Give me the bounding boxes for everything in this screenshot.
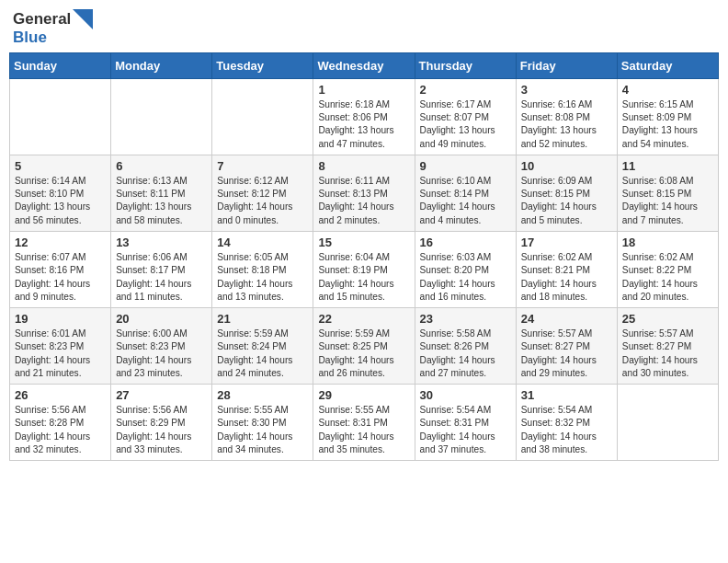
day-info: Sunrise: 6:07 AMSunset: 8:16 PMDaylight:… xyxy=(15,251,106,304)
day-number: 1 xyxy=(318,83,409,97)
day-info: Sunrise: 6:17 AMSunset: 8:07 PMDaylight:… xyxy=(420,98,511,151)
day-info: Sunrise: 5:56 AMSunset: 8:28 PMDaylight:… xyxy=(15,404,106,456)
calendar-cell xyxy=(212,78,313,155)
day-number: 20 xyxy=(116,312,207,326)
calendar-cell xyxy=(10,78,111,155)
calendar-cell: 4Sunrise: 6:15 AMSunset: 8:09 PMDaylight… xyxy=(617,78,718,155)
day-info: Sunrise: 6:03 AMSunset: 8:20 PMDaylight:… xyxy=(420,251,511,304)
day-info: Sunrise: 5:57 AMSunset: 8:27 PMDaylight:… xyxy=(521,327,612,380)
calendar-cell: 25Sunrise: 5:57 AMSunset: 8:27 PMDayligh… xyxy=(617,308,718,385)
day-info: Sunrise: 5:58 AMSunset: 8:26 PMDaylight:… xyxy=(420,327,511,380)
day-info: Sunrise: 6:00 AMSunset: 8:23 PMDaylight:… xyxy=(116,327,207,380)
day-number: 4 xyxy=(622,83,713,97)
weekday-header-tuesday: Tuesday xyxy=(212,52,313,78)
calendar-cell: 12Sunrise: 6:07 AMSunset: 8:16 PMDayligh… xyxy=(10,231,111,307)
calendar-cell: 19Sunrise: 6:01 AMSunset: 8:23 PMDayligh… xyxy=(10,308,111,385)
svg-marker-0 xyxy=(73,9,93,29)
calendar-cell: 30Sunrise: 5:54 AMSunset: 8:31 PMDayligh… xyxy=(415,385,516,461)
day-info: Sunrise: 5:54 AMSunset: 8:31 PMDaylight:… xyxy=(420,404,511,456)
calendar-cell: 1Sunrise: 6:18 AMSunset: 8:06 PMDaylight… xyxy=(313,78,415,155)
day-info: Sunrise: 6:02 AMSunset: 8:22 PMDaylight:… xyxy=(622,251,713,304)
day-number: 11 xyxy=(622,159,713,173)
calendar-cell: 31Sunrise: 5:54 AMSunset: 8:32 PMDayligh… xyxy=(516,385,617,461)
weekday-header-friday: Friday xyxy=(516,52,617,78)
day-number: 31 xyxy=(521,388,612,402)
weekday-header-thursday: Thursday xyxy=(415,52,516,78)
calendar-cell: 10Sunrise: 6:09 AMSunset: 8:15 PMDayligh… xyxy=(516,155,617,231)
day-number: 19 xyxy=(15,312,106,326)
calendar-cell: 24Sunrise: 5:57 AMSunset: 8:27 PMDayligh… xyxy=(516,308,617,385)
weekday-header-monday: Monday xyxy=(111,52,212,78)
day-info: Sunrise: 6:14 AMSunset: 8:10 PMDaylight:… xyxy=(15,175,106,227)
day-info: Sunrise: 6:05 AMSunset: 8:18 PMDaylight:… xyxy=(217,251,308,304)
day-info: Sunrise: 5:57 AMSunset: 8:27 PMDaylight:… xyxy=(622,327,713,380)
day-number: 18 xyxy=(622,236,713,249)
day-number: 17 xyxy=(521,236,612,249)
day-number: 3 xyxy=(521,83,612,97)
calendar-cell: 7Sunrise: 6:12 AMSunset: 8:12 PMDaylight… xyxy=(212,155,313,231)
day-number: 7 xyxy=(217,159,308,173)
calendar-cell: 27Sunrise: 5:56 AMSunset: 8:29 PMDayligh… xyxy=(111,385,212,461)
calendar-cell: 5Sunrise: 6:14 AMSunset: 8:10 PMDaylight… xyxy=(10,155,111,231)
day-info: Sunrise: 5:59 AMSunset: 8:24 PMDaylight:… xyxy=(217,327,308,380)
day-number: 8 xyxy=(318,159,409,173)
day-number: 15 xyxy=(318,236,409,249)
day-info: Sunrise: 6:18 AMSunset: 8:06 PMDaylight:… xyxy=(318,98,409,151)
day-info: Sunrise: 5:59 AMSunset: 8:25 PMDaylight:… xyxy=(318,327,409,380)
calendar-cell: 21Sunrise: 5:59 AMSunset: 8:24 PMDayligh… xyxy=(212,308,313,385)
day-info: Sunrise: 6:11 AMSunset: 8:13 PMDaylight:… xyxy=(318,175,409,227)
day-number: 12 xyxy=(15,236,106,249)
page-header: General Blue xyxy=(9,9,719,47)
logo-blue: Blue xyxy=(13,29,47,47)
day-number: 2 xyxy=(420,83,511,97)
day-number: 14 xyxy=(217,236,308,249)
day-number: 6 xyxy=(116,159,207,173)
calendar-cell: 9Sunrise: 6:10 AMSunset: 8:14 PMDaylight… xyxy=(415,155,516,231)
day-info: Sunrise: 6:01 AMSunset: 8:23 PMDaylight:… xyxy=(15,327,106,380)
day-number: 13 xyxy=(116,236,207,249)
day-number: 9 xyxy=(420,159,511,173)
calendar-cell xyxy=(111,78,212,155)
day-info: Sunrise: 6:08 AMSunset: 8:15 PMDaylight:… xyxy=(622,175,713,227)
calendar-cell: 2Sunrise: 6:17 AMSunset: 8:07 PMDaylight… xyxy=(415,78,516,155)
logo-triangle-icon xyxy=(73,9,93,29)
calendar-cell: 15Sunrise: 6:04 AMSunset: 8:19 PMDayligh… xyxy=(313,231,415,307)
calendar-cell: 23Sunrise: 5:58 AMSunset: 8:26 PMDayligh… xyxy=(415,308,516,385)
day-info: Sunrise: 5:55 AMSunset: 8:31 PMDaylight:… xyxy=(318,404,409,456)
day-number: 16 xyxy=(420,236,511,249)
logo: General Blue xyxy=(13,9,93,47)
calendar-cell: 3Sunrise: 6:16 AMSunset: 8:08 PMDaylight… xyxy=(516,78,617,155)
day-info: Sunrise: 6:06 AMSunset: 8:17 PMDaylight:… xyxy=(116,251,207,304)
day-number: 10 xyxy=(521,159,612,173)
day-number: 28 xyxy=(217,388,308,402)
weekday-header-sunday: Sunday xyxy=(10,52,111,78)
day-number: 22 xyxy=(318,312,409,326)
calendar-cell: 11Sunrise: 6:08 AMSunset: 8:15 PMDayligh… xyxy=(617,155,718,231)
day-info: Sunrise: 6:09 AMSunset: 8:15 PMDaylight:… xyxy=(521,175,612,227)
day-number: 5 xyxy=(15,159,106,173)
weekday-header-wednesday: Wednesday xyxy=(313,52,415,78)
day-number: 27 xyxy=(116,388,207,402)
calendar-cell: 22Sunrise: 5:59 AMSunset: 8:25 PMDayligh… xyxy=(313,308,415,385)
day-number: 29 xyxy=(318,388,409,402)
calendar-cell: 16Sunrise: 6:03 AMSunset: 8:20 PMDayligh… xyxy=(415,231,516,307)
day-number: 30 xyxy=(420,388,511,402)
weekday-header-saturday: Saturday xyxy=(617,52,718,78)
day-info: Sunrise: 5:56 AMSunset: 8:29 PMDaylight:… xyxy=(116,404,207,456)
day-info: Sunrise: 6:04 AMSunset: 8:19 PMDaylight:… xyxy=(318,251,409,304)
logo-general: General xyxy=(13,11,71,29)
day-number: 26 xyxy=(15,388,106,402)
calendar-cell xyxy=(617,385,718,461)
day-info: Sunrise: 6:12 AMSunset: 8:12 PMDaylight:… xyxy=(217,175,308,227)
day-info: Sunrise: 6:02 AMSunset: 8:21 PMDaylight:… xyxy=(521,251,612,304)
calendar-table: SundayMondayTuesdayWednesdayThursdayFrid… xyxy=(9,52,719,462)
day-info: Sunrise: 6:16 AMSunset: 8:08 PMDaylight:… xyxy=(521,98,612,151)
calendar-cell: 28Sunrise: 5:55 AMSunset: 8:30 PMDayligh… xyxy=(212,385,313,461)
calendar-cell: 29Sunrise: 5:55 AMSunset: 8:31 PMDayligh… xyxy=(313,385,415,461)
calendar-cell: 6Sunrise: 6:13 AMSunset: 8:11 PMDaylight… xyxy=(111,155,212,231)
calendar-cell: 18Sunrise: 6:02 AMSunset: 8:22 PMDayligh… xyxy=(617,231,718,307)
day-number: 24 xyxy=(521,312,612,326)
calendar-cell: 8Sunrise: 6:11 AMSunset: 8:13 PMDaylight… xyxy=(313,155,415,231)
calendar-cell: 26Sunrise: 5:56 AMSunset: 8:28 PMDayligh… xyxy=(10,385,111,461)
calendar-cell: 13Sunrise: 6:06 AMSunset: 8:17 PMDayligh… xyxy=(111,231,212,307)
